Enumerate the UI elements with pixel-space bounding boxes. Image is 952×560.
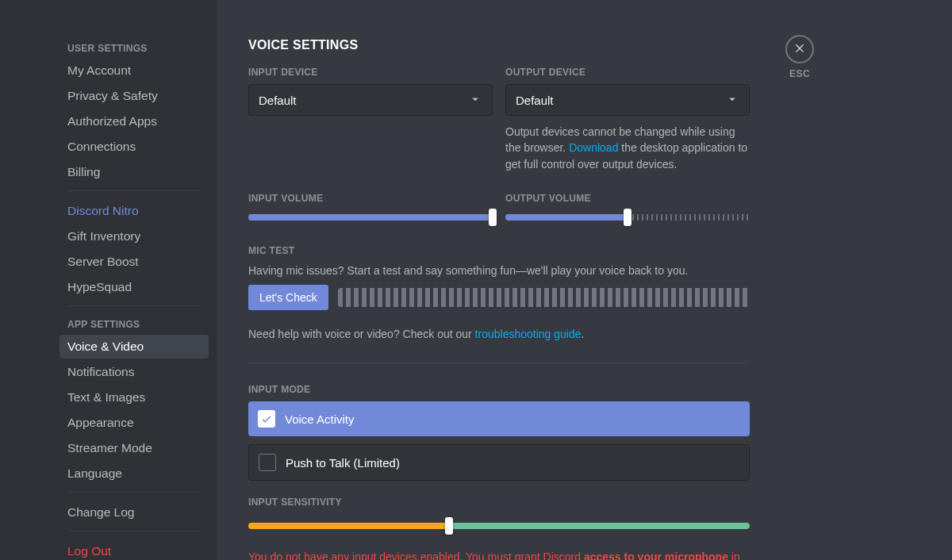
output-device-select[interactable]: Default xyxy=(505,84,750,116)
section-divider xyxy=(248,362,750,363)
close-area: ESC xyxy=(785,35,814,79)
nav-change-log[interactable]: Change Log xyxy=(60,501,209,524)
mic-help: Need help with voice or video? Check out… xyxy=(248,326,750,342)
nav-discord-nitro[interactable]: Discord Nitro xyxy=(60,199,209,223)
slider-thumb[interactable] xyxy=(624,209,631,226)
sidebar-divider xyxy=(67,305,201,306)
nav-server-boost[interactable]: Server Boost xyxy=(60,250,209,274)
chevron-down-icon xyxy=(725,92,739,109)
input-device-label: INPUT DEVICE xyxy=(248,67,493,78)
input-mode-label: INPUT MODE xyxy=(248,384,750,395)
output-device-value: Default xyxy=(516,94,554,107)
output-volume-slider[interactable] xyxy=(505,210,750,224)
input-volume-slider[interactable] xyxy=(248,210,493,224)
nav-language[interactable]: Language xyxy=(60,462,209,485)
chevron-down-icon xyxy=(468,92,482,109)
nav-authorized-apps[interactable]: Authorized Apps xyxy=(60,109,209,133)
nav-streamer-mode[interactable]: Streamer Mode xyxy=(60,436,209,460)
nav-billing[interactable]: Billing xyxy=(60,160,209,184)
output-device-label: OUTPUT DEVICE xyxy=(505,67,750,78)
input-mode-voice-activity[interactable]: Voice Activity xyxy=(248,401,750,436)
output-device-hint: Output devices cannot be changed while u… xyxy=(505,124,750,172)
nav-appearance[interactable]: Appearance xyxy=(60,411,209,435)
nav-log-out[interactable]: Log Out xyxy=(60,539,209,560)
nav-text-images[interactable]: Text & Images xyxy=(60,385,209,409)
sidebar-divider xyxy=(67,531,201,531)
group-header-app-settings: APP SETTINGS xyxy=(60,314,209,335)
mic-test-label: MIC TEST xyxy=(248,245,750,256)
settings-sidebar: USER SETTINGS My Account Privacy & Safet… xyxy=(0,0,217,560)
checkbox-unchecked-icon xyxy=(259,454,276,471)
nav-voice-video[interactable]: Voice & Video xyxy=(60,335,209,359)
troubleshooting-link[interactable]: troubleshooting guide xyxy=(475,328,582,340)
nav-connections[interactable]: Connections xyxy=(60,135,209,159)
close-esc-label: ESC xyxy=(789,68,810,79)
page-title: VOICE SETTINGS xyxy=(248,38,750,52)
group-header-user-settings: USER SETTINGS xyxy=(60,38,209,59)
output-volume-label: OUTPUT VOLUME xyxy=(505,193,750,204)
slider-thumb[interactable] xyxy=(489,209,497,226)
input-sensitivity-slider[interactable] xyxy=(248,519,750,533)
mic-test-button[interactable]: Let's Check xyxy=(248,285,328,310)
close-button[interactable] xyxy=(785,35,814,63)
input-sensitivity-label: INPUT SENSITIVITY xyxy=(248,497,750,508)
option-label: Voice Activity xyxy=(285,412,355,426)
input-device-select[interactable]: Default xyxy=(248,84,493,116)
download-link[interactable]: Download xyxy=(569,141,618,154)
slider-thumb[interactable] xyxy=(445,517,453,535)
checkbox-checked-icon xyxy=(258,410,275,428)
mic-level-meter xyxy=(338,288,750,307)
nav-my-account[interactable]: My Account xyxy=(60,59,209,82)
nav-hypesquad[interactable]: HypeSquad xyxy=(60,275,209,299)
mic-test-desc: Having mic issues? Start a test and say … xyxy=(248,263,750,278)
sensitivity-warning: You do not have any input devices enable… xyxy=(248,549,750,560)
input-mode-push-to-talk[interactable]: Push to Talk (Limited) xyxy=(248,444,750,481)
nav-notifications[interactable]: Notifications xyxy=(60,360,209,384)
nav-gift-inventory[interactable]: Gift Inventory xyxy=(60,224,209,248)
option-label: Push to Talk (Limited) xyxy=(286,456,400,470)
close-icon xyxy=(793,41,806,57)
settings-main: VOICE SETTINGS INPUT DEVICE Default OUTP… xyxy=(217,0,952,560)
input-volume-label: INPUT VOLUME xyxy=(248,193,493,204)
sidebar-divider xyxy=(67,190,201,191)
sidebar-divider xyxy=(67,492,201,493)
input-device-value: Default xyxy=(259,94,297,107)
nav-privacy-safety[interactable]: Privacy & Safety xyxy=(60,84,209,108)
